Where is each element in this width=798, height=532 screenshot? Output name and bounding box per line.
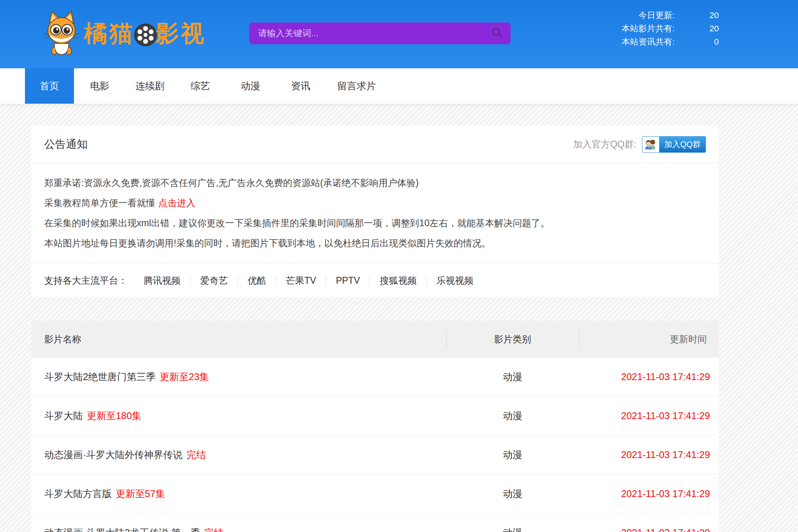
movie-category: 动漫 xyxy=(446,409,579,422)
movie-name-text: 动态漫画·斗罗大陆外传神界传说 xyxy=(44,449,183,460)
site-header: 橘猫 影视 xyxy=(0,0,798,68)
movie-update-time: 2021-11-03 17:41:29 xyxy=(579,410,719,422)
movie-name-text: 斗罗大陆方言版 xyxy=(44,488,112,499)
join-qq-group-button[interactable]: 加入QQ群 xyxy=(642,136,706,153)
movie-title-link[interactable]: 斗罗大陆方言版更新至57集 xyxy=(31,487,446,500)
site-stats: 今日更新: 20 本站影片共有: 20 本站资讯共有: 0 xyxy=(622,8,719,48)
platform-pptv[interactable]: PPTV xyxy=(326,275,369,286)
platform-iqiyi[interactable]: 爱奇艺 xyxy=(191,274,238,287)
enter-tutorial-link[interactable]: 点击进入 xyxy=(158,198,195,208)
table-row[interactable]: 动态漫画·斗罗大陆3龙王传说 第一季完结 动漫 2021-11-03 17:41… xyxy=(31,514,719,532)
table-row[interactable]: 斗罗大陆2绝世唐门第三季更新至23集 动漫 2021-11-03 17:41:2… xyxy=(31,358,719,397)
table-header-row: 影片名称 影片类别 更新时间 xyxy=(31,321,719,358)
movie-status-text: 完结 xyxy=(204,527,224,532)
movie-title-link[interactable]: 动态漫画·斗罗大陆外传神界传说完结 xyxy=(31,448,446,461)
announcement-title: 公告通知 xyxy=(44,137,88,151)
stat-total-news: 本站资讯共有: 0 xyxy=(622,35,719,48)
platforms-label: 支持各大主流平台： xyxy=(44,274,127,287)
platform-tencent-video[interactable]: 腾讯视频 xyxy=(134,274,190,287)
search-icon[interactable] xyxy=(491,27,503,40)
movie-update-time: 2021-11-03 17:41:29 xyxy=(579,488,719,499)
nav-tab-news[interactable]: 资讯 xyxy=(276,68,325,104)
movie-category: 动漫 xyxy=(446,448,579,461)
movie-status-text: 完结 xyxy=(187,449,206,460)
movie-update-time: 2021-11-03 17:41:29 xyxy=(579,527,719,532)
nav-tab-home[interactable]: 首页 xyxy=(25,68,74,104)
movie-category: 动漫 xyxy=(446,370,579,383)
nav-tab-movies[interactable]: 电影 xyxy=(75,68,124,104)
movie-title-link[interactable]: 斗罗大陆更新至180集 xyxy=(31,409,446,422)
column-header-category: 影片类别 xyxy=(446,333,579,346)
platform-youku[interactable]: 优酷 xyxy=(238,274,276,287)
stat-total-videos: 本站影片共有: 20 xyxy=(622,22,719,35)
search-input[interactable] xyxy=(249,28,491,39)
table-row[interactable]: 斗罗大陆更新至180集 动漫 2021-11-03 17:41:29 xyxy=(31,397,719,436)
main-nav: 首页 电影 连续剧 综艺 动漫 资讯 留言求片 xyxy=(0,68,798,104)
movie-title-link[interactable]: 动态漫画·斗罗大陆3龙王传说 第一季完结 xyxy=(31,526,446,532)
site-logo[interactable]: 橘猫 影视 xyxy=(42,10,206,58)
join-qq-group-button-label: 加入QQ群 xyxy=(659,137,706,152)
stat-today-updates: 今日更新: 20 xyxy=(622,8,719,22)
movie-status-text: 更新至23集 xyxy=(160,371,209,382)
qq-group-people-icon xyxy=(642,137,659,152)
supported-platforms-row: 支持各大主流平台： 腾讯视频 爱奇艺 优酷 芒果TV PPTV 搜狐视频 乐视视… xyxy=(31,264,719,297)
platform-sohu-video[interactable]: 搜狐视频 xyxy=(370,274,426,287)
movie-status-text: 更新至180集 xyxy=(87,410,142,421)
announcement-line: 在采集的时候如果出现xml出错，建议你更改一下采集插件里的采集时间间隔那一项，调… xyxy=(44,213,706,233)
announcement-body: 郑重承诺:资源永久免费,资源不含任何广告,无广告永久免费的资源站(承诺绝不影响用… xyxy=(31,163,719,264)
announcement-line: 采集教程简单方便一看就懂点击进入 xyxy=(44,193,706,213)
movie-title-link[interactable]: 斗罗大陆2绝世唐门第三季更新至23集 xyxy=(31,370,446,383)
platform-letv[interactable]: 乐视视频 xyxy=(427,274,483,287)
table-row[interactable]: 斗罗大陆方言版更新至57集 动漫 2021-11-03 17:41:29 xyxy=(31,475,719,514)
platform-mgtv[interactable]: 芒果TV xyxy=(276,274,326,287)
movie-name-text: 斗罗大陆 xyxy=(44,410,83,421)
movie-name-text: 斗罗大陆2绝世唐门第三季 xyxy=(44,371,156,382)
movie-name-text: 动态漫画·斗罗大陆3龙王传说 第一季 xyxy=(44,527,200,532)
cat-mascot-icon xyxy=(42,10,81,58)
nav-tab-series[interactable]: 连续剧 xyxy=(125,68,174,104)
announcement-line: 郑重承诺:资源永久免费,资源不含任何广告,无广告永久免费的资源站(承诺绝不影响用… xyxy=(44,173,706,193)
column-header-updated: 更新时间 xyxy=(579,333,719,346)
column-header-name: 影片名称 xyxy=(31,333,446,346)
movie-category: 动漫 xyxy=(446,526,579,532)
site-title: 橘猫 影视 xyxy=(84,16,206,52)
announcement-card: 公告通知 加入官方QQ群: xyxy=(31,126,719,297)
movie-update-time: 2021-11-03 17:41:29 xyxy=(579,371,719,383)
movie-list-table: 影片名称 影片类别 更新时间 斗罗大陆2绝世唐门第三季更新至23集 动漫 202… xyxy=(31,321,719,532)
nav-tab-anime[interactable]: 动漫 xyxy=(226,68,275,104)
film-reel-icon xyxy=(134,23,157,52)
movie-status-text: 更新至57集 xyxy=(116,488,165,499)
announcement-line: 本站图片地址每日更换请勿调用!采集的同时，请把图片下载到本地，以免杜绝日后出现类… xyxy=(44,233,706,253)
qq-group-label: 加入官方QQ群: xyxy=(573,138,636,151)
nav-tab-request[interactable]: 留言求片 xyxy=(326,68,387,104)
movie-update-time: 2021-11-03 17:41:29 xyxy=(579,449,719,460)
search-bar xyxy=(249,23,511,44)
nav-tab-variety[interactable]: 综艺 xyxy=(176,68,225,104)
table-row[interactable]: 动态漫画·斗罗大陆外传神界传说完结 动漫 2021-11-03 17:41:29 xyxy=(31,436,719,475)
movie-category: 动漫 xyxy=(446,487,579,500)
